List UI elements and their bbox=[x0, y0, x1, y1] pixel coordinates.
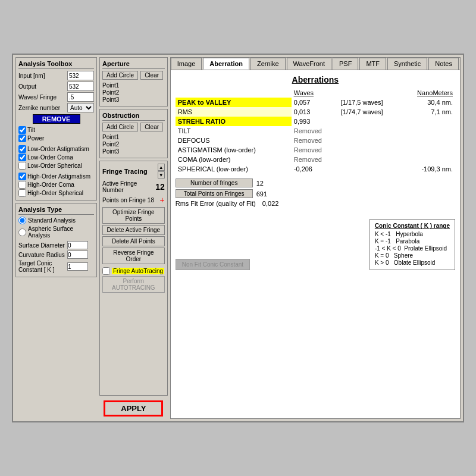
spherical-nm: -109,3 nm. bbox=[402, 164, 455, 174]
obs-point1: Point1 bbox=[102, 134, 165, 140]
coma-label: COMA (low-order) bbox=[176, 155, 292, 164]
tab-image[interactable]: Image bbox=[171, 58, 202, 70]
aperture-point1: Point1 bbox=[102, 82, 165, 89]
tilt-checkbox[interactable] bbox=[18, 126, 26, 134]
peak-valley-detail: [1/17,5 waves] bbox=[339, 98, 402, 107]
fringe-section: Fringe Tracing ▲ ▼ Active Fringe Number … bbox=[99, 161, 168, 396]
output-label: Output bbox=[18, 83, 66, 90]
number-of-fringes-value: 12 bbox=[256, 180, 264, 187]
analysis-type-section: Analysis Type Standard Analysis Aspheric… bbox=[15, 203, 97, 277]
coma-value: Removed bbox=[292, 155, 339, 164]
tab-mtf[interactable]: MTF bbox=[359, 58, 386, 70]
tabs-row: Image Aberration Zernike WaveFront PSF M… bbox=[171, 58, 460, 70]
curvature-radius-field[interactable] bbox=[67, 250, 88, 259]
fringe-scroll-down[interactable]: ▼ bbox=[158, 171, 165, 178]
strehl-value: 0,993 bbox=[292, 117, 339, 126]
waves-fringe-field[interactable] bbox=[67, 92, 94, 102]
spherical-detail bbox=[339, 164, 402, 174]
fit-conic-button: Non Fit Conic Constant bbox=[176, 259, 250, 270]
defocus-value: Removed bbox=[292, 136, 339, 145]
aperture-section: Aperture Add Circle Clear Point1 Point2 … bbox=[99, 57, 168, 107]
content-area: Aberrations Waves NanoMeters PEAK to VAL… bbox=[171, 70, 460, 418]
table-row: RMS 0,013 [1/74,7 waves] 7,1 nm. bbox=[176, 107, 455, 117]
tab-notes[interactable]: Notes bbox=[428, 58, 459, 70]
optimize-fringe-button[interactable]: Optimize Fringe Points bbox=[102, 207, 165, 224]
points-on-fringe-value: 18 bbox=[148, 197, 154, 203]
spherical-value: -0,206 bbox=[292, 164, 339, 174]
conic-row-prolate: -1 < K < 0 Prolate Ellipsoid bbox=[375, 245, 450, 252]
standard-analysis-label: Standard Analysis bbox=[28, 217, 76, 224]
astigmatism-nm bbox=[402, 145, 455, 155]
rms-value: 0,013 bbox=[292, 107, 339, 117]
fringe-scroll-up[interactable]: ▲ bbox=[158, 164, 165, 171]
autotracing-checkbox[interactable] bbox=[102, 267, 110, 275]
obs-add-circle-button[interactable]: Add Circle bbox=[102, 123, 138, 131]
conic-constant-box: Conic Constant ( K ) range K < -1 Hyperb… bbox=[369, 219, 455, 270]
high-astigmatism-checkbox[interactable] bbox=[18, 173, 26, 180]
low-spherical-checkbox[interactable] bbox=[18, 162, 26, 170]
delete-all-points-button[interactable]: Delete All Points bbox=[102, 236, 165, 246]
aspheric-analysis-label: Aspheric Surface Analysis bbox=[28, 226, 94, 239]
obs-clear-button[interactable]: Clear bbox=[140, 123, 163, 131]
defocus-detail bbox=[339, 136, 402, 145]
astigmatism-label: ASTIGMATISM (low-order) bbox=[176, 145, 292, 155]
col-waves-header: Waves bbox=[292, 88, 339, 98]
add-point-icon[interactable]: + bbox=[160, 195, 165, 205]
active-fringe-label: Active Fringe Number bbox=[102, 180, 154, 193]
input-field[interactable] bbox=[67, 71, 94, 80]
low-coma-checkbox[interactable] bbox=[18, 154, 26, 161]
conic-title: Conic Constant ( K ) range bbox=[375, 223, 450, 229]
table-row: PEAK to VALLEY 0,057 [1/17,5 waves] 30,4… bbox=[176, 98, 455, 107]
fringe-title: Fringe Tracing bbox=[102, 168, 148, 175]
col-aberration-header bbox=[176, 88, 292, 98]
tilt-label: TILT bbox=[176, 126, 292, 136]
delete-active-fringe-button[interactable]: Delete Active Fringe bbox=[102, 225, 165, 235]
table-row: TILT Removed bbox=[176, 126, 455, 136]
rms-nm: 7,1 nm. bbox=[402, 107, 455, 117]
tab-wavefront[interactable]: WaveFront bbox=[287, 58, 331, 70]
peak-valley-nm: 30,4 nm. bbox=[402, 98, 455, 107]
analysis-type-title: Analysis Type bbox=[18, 206, 94, 215]
clear-button[interactable]: Clear bbox=[140, 71, 163, 80]
reverse-fringe-button[interactable]: Reverse Fringe Order bbox=[102, 248, 165, 264]
standard-analysis-radio[interactable] bbox=[18, 217, 26, 224]
rms-detail: [1/74,7 waves] bbox=[339, 107, 402, 117]
tilt-value: Removed bbox=[292, 126, 339, 136]
perform-autotracing-button: Perform AUTOTRACING bbox=[102, 276, 165, 293]
add-circle-button[interactable]: Add Circle bbox=[102, 71, 138, 80]
remove-button[interactable]: REMOVE bbox=[33, 114, 80, 124]
conic-row-sphere: K = 0 Sphere bbox=[375, 252, 450, 259]
coma-detail bbox=[339, 155, 402, 164]
tilt-nm bbox=[402, 126, 455, 136]
high-spherical-checkbox[interactable] bbox=[18, 189, 26, 197]
waves-fringe-label: Waves/ Fringe bbox=[18, 94, 66, 101]
obstruction-title: Obstruction bbox=[102, 112, 165, 121]
aspheric-analysis-radio[interactable] bbox=[18, 228, 26, 236]
surface-diameter-field[interactable] bbox=[67, 241, 88, 249]
total-points-button[interactable]: Total Points on Fringes bbox=[176, 189, 253, 198]
app-window: Analysis Toolbox Input [nm] Output Waves… bbox=[12, 54, 464, 422]
aberrations-title: Aberrations bbox=[176, 75, 455, 84]
high-coma-checkbox[interactable] bbox=[18, 181, 26, 189]
obs-point3: Point3 bbox=[102, 148, 165, 155]
tab-zernike[interactable]: Zernike bbox=[250, 58, 286, 70]
zernike-select[interactable]: Auto bbox=[67, 103, 94, 112]
number-of-fringes-button[interactable]: Number of fringes bbox=[176, 178, 253, 187]
curvature-radius-label: Curvature Radius bbox=[18, 252, 66, 258]
apply-button[interactable]: APPLY bbox=[104, 400, 163, 416]
tab-synthetic[interactable]: Synthetic bbox=[387, 58, 427, 70]
col-nanometers-header: NanoMeters bbox=[402, 88, 455, 98]
autotracing-label: Fringe AutoTracing bbox=[112, 268, 164, 274]
right-panel: Image Aberration Zernike WaveFront PSF M… bbox=[170, 57, 461, 419]
tab-aberration[interactable]: Aberration bbox=[203, 58, 249, 70]
output-field[interactable] bbox=[67, 82, 94, 91]
target-conic-field[interactable] bbox=[67, 262, 88, 271]
defocus-label: DEFOCUS bbox=[176, 136, 292, 145]
power-checkbox[interactable] bbox=[18, 134, 26, 142]
aberrations-table: Waves NanoMeters PEAK to VALLEY 0,057 [1… bbox=[176, 88, 455, 174]
tilt-detail bbox=[339, 126, 402, 136]
low-astigmatism-checkbox[interactable] bbox=[18, 145, 26, 153]
tab-psf[interactable]: PSF bbox=[333, 58, 358, 70]
obs-point2: Point2 bbox=[102, 141, 165, 148]
stats-area: Number of fringes 12 Total Points on Fri… bbox=[176, 178, 455, 207]
